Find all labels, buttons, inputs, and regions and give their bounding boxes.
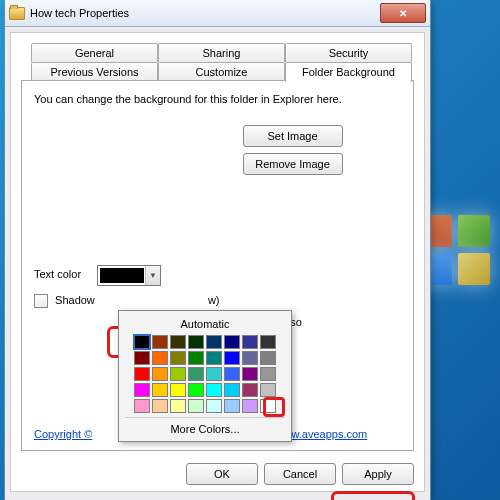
color-swatch[interactable] bbox=[134, 367, 150, 381]
color-picker-popup: Automatic More Colors... bbox=[118, 310, 292, 442]
color-swatch[interactable] bbox=[134, 383, 150, 397]
color-swatch[interactable] bbox=[170, 399, 186, 413]
folder-icon bbox=[9, 7, 25, 20]
tab-strip: General Sharing Security Previous Versio… bbox=[21, 43, 414, 81]
text-color-label: Text color bbox=[34, 268, 94, 280]
tab-general[interactable]: General bbox=[31, 43, 158, 62]
shadow-checkbox[interactable] bbox=[34, 294, 48, 308]
tab-previous-versions[interactable]: Previous Versions bbox=[31, 62, 158, 81]
color-swatch[interactable] bbox=[134, 351, 150, 365]
color-swatch[interactable] bbox=[260, 335, 276, 349]
chevron-down-icon: ▼ bbox=[145, 266, 160, 285]
color-swatch[interactable] bbox=[206, 367, 222, 381]
color-swatch[interactable] bbox=[134, 399, 150, 413]
color-swatch[interactable] bbox=[260, 399, 276, 413]
color-swatch[interactable] bbox=[152, 367, 168, 381]
color-swatch[interactable] bbox=[152, 335, 168, 349]
color-swatch-current bbox=[100, 268, 144, 283]
color-grid bbox=[125, 335, 285, 413]
color-swatch[interactable] bbox=[188, 351, 204, 365]
color-swatch[interactable] bbox=[206, 351, 222, 365]
color-swatch[interactable] bbox=[206, 399, 222, 413]
ok-button[interactable]: OK bbox=[186, 463, 258, 485]
color-swatch[interactable] bbox=[242, 335, 258, 349]
text-color-combo[interactable]: ▼ bbox=[97, 265, 161, 286]
color-swatch[interactable] bbox=[242, 383, 258, 397]
color-swatch[interactable] bbox=[152, 351, 168, 365]
automatic-option[interactable]: Automatic bbox=[125, 315, 285, 335]
color-swatch[interactable] bbox=[242, 351, 258, 365]
color-swatch[interactable] bbox=[134, 335, 150, 349]
color-swatch[interactable] bbox=[188, 383, 204, 397]
tab-sharing[interactable]: Sharing bbox=[158, 43, 285, 62]
color-swatch[interactable] bbox=[224, 351, 240, 365]
color-swatch[interactable] bbox=[152, 399, 168, 413]
color-swatch[interactable] bbox=[206, 383, 222, 397]
window-title: How tech Properties bbox=[30, 7, 380, 19]
color-swatch[interactable] bbox=[224, 335, 240, 349]
cancel-button[interactable]: Cancel bbox=[264, 463, 336, 485]
description-text: You can change the background for this f… bbox=[34, 93, 401, 105]
color-swatch[interactable] bbox=[224, 367, 240, 381]
remove-image-button[interactable]: Remove Image bbox=[243, 153, 343, 175]
color-swatch[interactable] bbox=[170, 367, 186, 381]
tab-folder-background[interactable]: Folder Background bbox=[285, 62, 412, 82]
close-button[interactable]: ✕ bbox=[380, 3, 426, 23]
shadow-label: Shadow bbox=[55, 294, 95, 306]
color-swatch[interactable] bbox=[260, 383, 276, 397]
apply-button[interactable]: Apply bbox=[342, 463, 414, 485]
color-swatch[interactable] bbox=[224, 399, 240, 413]
color-swatch[interactable] bbox=[260, 367, 276, 381]
color-swatch[interactable] bbox=[260, 351, 276, 365]
color-swatch[interactable] bbox=[170, 335, 186, 349]
set-image-button[interactable]: Set Image bbox=[243, 125, 343, 147]
tab-security[interactable]: Security bbox=[285, 43, 412, 62]
shadow-text-fragment: w) bbox=[208, 294, 220, 306]
color-swatch[interactable] bbox=[152, 383, 168, 397]
desktop-background: How tech Properties ✕ General Sharing Se… bbox=[0, 0, 500, 500]
copyright-link[interactable]: Copyright © bbox=[34, 428, 92, 440]
color-swatch[interactable] bbox=[242, 399, 258, 413]
color-swatch[interactable] bbox=[170, 351, 186, 365]
titlebar[interactable]: How tech Properties ✕ bbox=[5, 0, 430, 27]
color-swatch[interactable] bbox=[188, 335, 204, 349]
color-swatch[interactable] bbox=[224, 383, 240, 397]
dialog-button-bar: OK Cancel Apply bbox=[186, 463, 414, 485]
color-swatch[interactable] bbox=[170, 383, 186, 397]
highlight-apply bbox=[331, 491, 415, 500]
tab-customize[interactable]: Customize bbox=[158, 62, 285, 81]
color-swatch[interactable] bbox=[188, 399, 204, 413]
color-swatch[interactable] bbox=[206, 335, 222, 349]
more-colors-option[interactable]: More Colors... bbox=[125, 417, 285, 437]
color-swatch[interactable] bbox=[188, 367, 204, 381]
color-swatch[interactable] bbox=[242, 367, 258, 381]
